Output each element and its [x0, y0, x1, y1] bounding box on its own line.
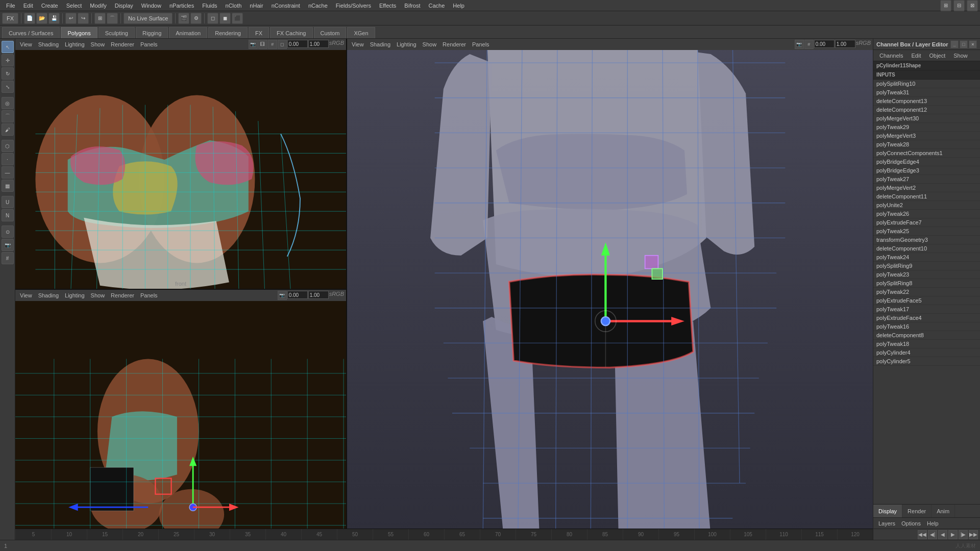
grid-tool[interactable]: #	[2, 252, 14, 264]
rotate-tool[interactable]: ↻	[2, 67, 14, 80]
vp-side-lighting[interactable]: Lighting	[62, 290, 87, 301]
tab-rigging[interactable]: Rigging	[136, 27, 168, 38]
cb-item-10[interactable]: polyBridgeEdge3	[873, 166, 980, 175]
cb-nav-prev-key[interactable]: ◀|	[928, 530, 937, 539]
menu-ncache[interactable]: nCache	[304, 0, 332, 11]
cb-item-12[interactable]: polyMergeVert2	[873, 184, 980, 192]
vp-persp-value2[interactable]	[835, 40, 855, 48]
cb-nav-next[interactable]: ▶	[948, 530, 958, 539]
vp-persp-view[interactable]: View	[349, 39, 366, 50]
cb-item-19[interactable]: deleteComponent10	[873, 244, 980, 253]
cb-item-27[interactable]: polyExtrudeFace4	[873, 314, 980, 322]
vp-front-cam-icon[interactable]: 📷	[249, 40, 258, 49]
cb-item-5[interactable]: polyTweak29	[873, 123, 980, 132]
cb-item-32[interactable]: polyCylinder5	[873, 357, 980, 366]
menu-fluids[interactable]: Fluids	[198, 0, 221, 11]
vp-side-show[interactable]: Show	[88, 290, 108, 301]
menu-create[interactable]: Create	[37, 0, 62, 11]
uv-tool[interactable]: U	[2, 196, 14, 208]
tab-rendering[interactable]: Rendering	[208, 27, 248, 38]
tab-curves-surfaces[interactable]: Curves / Surfaces	[2, 27, 60, 38]
cb-nav-last[interactable]: ▶▶	[969, 530, 978, 539]
invert-select-btn[interactable]: ⬛	[232, 13, 243, 24]
cb-item-2[interactable]: deleteComponent13	[873, 97, 980, 106]
edge-tool[interactable]: —	[2, 166, 14, 179]
open-scene-btn[interactable]: 📂	[36, 13, 47, 24]
cb-item-11[interactable]: polyTweak27	[873, 175, 980, 184]
viewport-front[interactable]: View Shading Lighting Show Renderer Pane…	[15, 39, 346, 290]
cb-close-btn[interactable]: ×	[969, 40, 977, 48]
menu-modify[interactable]: Modify	[86, 0, 110, 11]
cb-item-26[interactable]: polyTweak17	[873, 305, 980, 314]
cb-item-18[interactable]: transformGeometry3	[873, 236, 980, 244]
tab-fx-caching[interactable]: FX Caching	[270, 27, 312, 38]
mesh-tool[interactable]: ⬡	[2, 140, 14, 152]
tab-sculpting[interactable]: Sculpting	[99, 27, 135, 38]
cb-item-30[interactable]: polyTweak18	[873, 340, 980, 348]
viewport-side[interactable]: View Shading Lighting Show Renderer Pane…	[15, 290, 346, 540]
vp-persp-show[interactable]: Show	[420, 39, 439, 50]
vp-front-lighting[interactable]: Lighting	[62, 39, 87, 50]
new-scene-btn[interactable]: 📄	[24, 13, 35, 24]
menu-nhair[interactable]: nHair	[246, 0, 267, 11]
live-surface-btn[interactable]: No Live Surface	[124, 13, 173, 24]
cb-item-8[interactable]: polyConnectComponents1	[873, 149, 980, 158]
cb-item-9[interactable]: polyBridgeEdge4	[873, 158, 980, 166]
deselect-btn[interactable]: ◼	[219, 13, 231, 24]
cb-item-0[interactable]: polySplitRing10	[873, 80, 980, 88]
cb-item-17[interactable]: polyTweak25	[873, 227, 980, 236]
mode-dropdown[interactable]: FX	[2, 13, 18, 24]
vp-side-value2[interactable]	[308, 291, 329, 299]
snap-curve-btn[interactable]: ⌒	[107, 13, 118, 24]
vp-front-obj-icon[interactable]: ◻	[278, 40, 287, 49]
cb-item-22[interactable]: polyTweak23	[873, 270, 980, 279]
cb-item-1[interactable]: polyTweak31	[873, 88, 980, 97]
cb-tab-render[interactable]: Render	[902, 505, 932, 518]
cb-item-24[interactable]: polyTweak22	[873, 288, 980, 296]
cb-maximize-btn[interactable]: □	[960, 40, 968, 48]
cb-item-25[interactable]: polyExtrudeFace5	[873, 296, 980, 305]
vp-front-value1[interactable]	[287, 40, 308, 48]
cb-opt-help[interactable]: Help	[924, 520, 942, 527]
cb-item-20[interactable]: polyTweak24	[873, 253, 980, 262]
vp-front-shading[interactable]: Shading	[36, 39, 61, 50]
vp-front-renderer[interactable]: Renderer	[108, 39, 137, 50]
cb-item-15[interactable]: polyTweak26	[873, 210, 980, 218]
redo-btn[interactable]: ↪	[78, 13, 89, 24]
menu-cache[interactable]: Cache	[425, 0, 449, 11]
face-tool[interactable]: ▦	[2, 180, 14, 192]
layout-btn-3[interactable]: ⊠	[967, 0, 978, 11]
lasso-tool[interactable]: ⌒	[2, 110, 14, 122]
menu-window[interactable]: Window	[137, 0, 165, 11]
vp-persp-grid-icon[interactable]: #	[804, 40, 814, 49]
scale-tool[interactable]: ⤡	[2, 81, 14, 93]
cb-opt-layers[interactable]: Layers	[875, 520, 898, 527]
tab-custom[interactable]: Custom	[314, 27, 347, 38]
vp-front-value2[interactable]	[308, 40, 329, 48]
cb-menu-edit[interactable]: Edit	[907, 50, 925, 61]
menu-nparticles[interactable]: nParticles	[165, 0, 198, 11]
vp-side-shading[interactable]: Shading	[36, 290, 61, 301]
vp-persp-value1[interactable]	[814, 40, 835, 48]
cb-item-4[interactable]: polyMergeVert30	[873, 114, 980, 123]
menu-effects[interactable]: Effects	[375, 0, 400, 11]
vp-persp-cam-icon[interactable]: 📷	[795, 40, 804, 49]
cb-item-21[interactable]: polySplitRing9	[873, 262, 980, 270]
vp-front-canvas[interactable]: +Y +X front	[15, 50, 346, 289]
cb-tab-anim[interactable]: Anim	[932, 505, 955, 518]
menu-help[interactable]: Help	[449, 0, 469, 11]
history-tool[interactable]: ⊙	[2, 226, 14, 238]
menu-nconstraint[interactable]: nConstraint	[267, 0, 304, 11]
cb-menu-object[interactable]: Object	[925, 50, 949, 61]
menu-select[interactable]: Select	[62, 0, 86, 11]
vp-side-panels[interactable]: Panels	[138, 290, 160, 301]
soft-select-tool[interactable]: ◎	[2, 97, 14, 109]
vp-side-renderer[interactable]: Renderer	[108, 290, 137, 301]
cb-item-6[interactable]: polyMergeVert3	[873, 132, 980, 140]
tab-xgen[interactable]: XGen	[347, 27, 375, 38]
tab-polygons[interactable]: Polygons	[61, 27, 97, 38]
vp-persp-lighting[interactable]: Lighting	[394, 39, 419, 50]
vp-front-view[interactable]: View	[17, 39, 35, 50]
cb-nav-first[interactable]: ◀◀	[918, 530, 927, 539]
cb-item-31[interactable]: polyCylinder4	[873, 348, 980, 357]
